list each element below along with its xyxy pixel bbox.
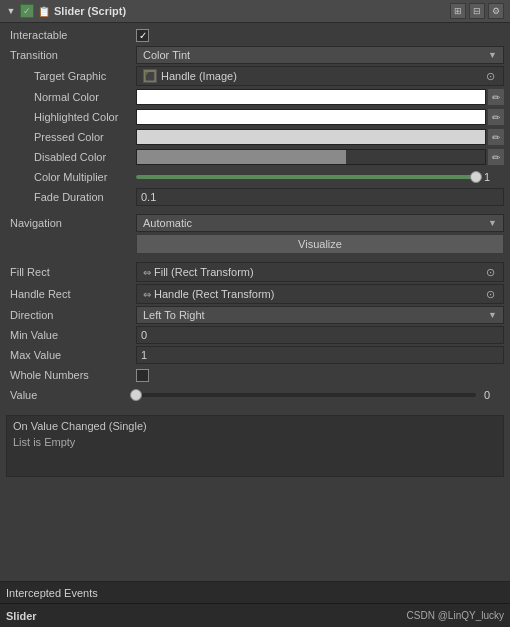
fade-duration-label: Fade Duration bbox=[6, 191, 136, 203]
value-label: Value bbox=[6, 389, 136, 401]
transition-dropdown-arrow: ▼ bbox=[488, 50, 497, 60]
direction-row: Direction Left To Right ▼ bbox=[0, 305, 510, 325]
slider-label: Slider bbox=[6, 610, 37, 622]
handle-rect-row: Handle Rect ⇔ Handle (Rect Transform) ⊙ bbox=[0, 283, 510, 305]
watermark: CSDN @LinQY_lucky bbox=[407, 610, 504, 621]
fade-duration-value bbox=[136, 188, 504, 206]
intercepted-label: Intercepted Events bbox=[6, 587, 98, 599]
fill-rect-label: Fill Rect bbox=[6, 266, 136, 278]
disabled-color-edit[interactable]: ✏ bbox=[488, 149, 504, 165]
navigation-row: Navigation Automatic ▼ bbox=[0, 213, 510, 233]
navigation-value: Automatic ▼ bbox=[136, 214, 504, 232]
pressed-color-row: Pressed Color ✏ bbox=[0, 127, 510, 147]
max-value-input[interactable] bbox=[136, 346, 504, 364]
normal-color-value: ✏ bbox=[136, 89, 504, 105]
color-multiplier-value: 1 bbox=[136, 171, 504, 183]
min-value-value bbox=[136, 326, 504, 344]
color-multiplier-number: 1 bbox=[484, 171, 504, 183]
normal-color-label: Normal Color bbox=[6, 91, 136, 103]
value-number: 0 bbox=[484, 389, 504, 401]
value-slider: 0 bbox=[136, 389, 504, 401]
intercepted-events-header: Intercepted Events bbox=[0, 581, 510, 603]
fill-rect-row: Fill Rect ⇔ Fill (Rect Transform) ⊙ bbox=[0, 261, 510, 283]
handle-rect-expand-icon: ⇔ bbox=[143, 289, 151, 300]
whole-numbers-label: Whole Numbers bbox=[6, 369, 136, 381]
whole-numbers-row: Whole Numbers bbox=[0, 365, 510, 385]
fade-duration-input[interactable] bbox=[136, 188, 504, 206]
pressed-color-value: ✏ bbox=[136, 129, 504, 145]
highlighted-color-row: Highlighted Color ✏ bbox=[0, 107, 510, 127]
handle-rect-field[interactable]: ⇔ Handle (Rect Transform) ⊙ bbox=[136, 284, 504, 304]
component-title: Slider (Script) bbox=[54, 5, 446, 17]
target-graphic-row: Target Graphic ⬛ Handle (Image) ⊙ bbox=[0, 65, 510, 87]
transition-value: Color Tint ▼ bbox=[136, 46, 504, 64]
pressed-color-swatch bbox=[137, 130, 485, 144]
pressed-color-edit[interactable]: ✏ bbox=[488, 129, 504, 145]
normal-color-row: Normal Color ✏ bbox=[0, 87, 510, 107]
normal-color-field[interactable] bbox=[136, 89, 486, 105]
handle-rect-label: Handle Rect bbox=[6, 288, 136, 300]
max-value-row: Max Value bbox=[0, 345, 510, 365]
fill-rect-expand-icon: ⇔ bbox=[143, 267, 151, 278]
max-value-label: Max Value bbox=[6, 349, 136, 361]
event-list: List is Empty bbox=[13, 436, 497, 448]
content-area: Interactable Transition Color Tint ▼ Tar… bbox=[0, 23, 510, 581]
direction-dropdown-arrow: ▼ bbox=[488, 310, 497, 320]
whole-numbers-value bbox=[136, 369, 504, 382]
target-graphic-icon: ⬛ bbox=[143, 69, 157, 83]
pressed-color-field[interactable] bbox=[136, 129, 486, 145]
navigation-dropdown[interactable]: Automatic ▼ bbox=[136, 214, 504, 232]
color-multiplier-track[interactable] bbox=[136, 175, 476, 179]
header-actions: ⊞ ⊟ ⚙ bbox=[450, 3, 504, 19]
value-slider-container: 0 bbox=[136, 389, 504, 401]
handle-rect-select[interactable]: ⊙ bbox=[483, 287, 497, 301]
highlighted-color-swatch bbox=[137, 110, 485, 124]
collapse-arrow[interactable]: ▼ bbox=[6, 6, 16, 16]
transition-dropdown[interactable]: Color Tint ▼ bbox=[136, 46, 504, 64]
footer-bottom: Slider CSDN @LinQY_lucky bbox=[0, 603, 510, 627]
target-graphic-label: Target Graphic bbox=[6, 70, 136, 82]
interactable-value bbox=[136, 29, 504, 42]
value-row: Value 0 bbox=[0, 385, 510, 405]
min-value-input[interactable] bbox=[136, 326, 504, 344]
interactable-checkbox[interactable] bbox=[136, 29, 149, 42]
color-multiplier-thumb[interactable] bbox=[470, 171, 482, 183]
direction-dropdown[interactable]: Left To Right ▼ bbox=[136, 306, 504, 324]
bookmark-button[interactable]: ⊞ bbox=[450, 3, 466, 19]
visualize-row: Visualize bbox=[0, 233, 510, 255]
min-value-row: Min Value bbox=[0, 325, 510, 345]
fill-rect-field[interactable]: ⇔ Fill (Rect Transform) ⊙ bbox=[136, 262, 504, 282]
direction-label: Direction bbox=[6, 309, 136, 321]
highlighted-color-edit[interactable]: ✏ bbox=[488, 109, 504, 125]
direction-value: Left To Right ▼ bbox=[136, 306, 504, 324]
target-graphic-select[interactable]: ⊙ bbox=[483, 69, 497, 83]
handle-rect-value: ⇔ Handle (Rect Transform) ⊙ bbox=[136, 284, 504, 304]
value-thumb[interactable] bbox=[130, 389, 142, 401]
min-value-label: Min Value bbox=[6, 329, 136, 341]
highlighted-color-label: Highlighted Color bbox=[6, 111, 136, 123]
transition-label: Transition bbox=[6, 49, 136, 61]
disabled-color-row: Disabled Color ✏ bbox=[0, 147, 510, 167]
visualize-value: Visualize bbox=[136, 234, 504, 254]
event-box: On Value Changed (Single) List is Empty bbox=[6, 415, 504, 477]
whole-numbers-checkbox[interactable] bbox=[136, 369, 149, 382]
gear-button[interactable]: ⚙ bbox=[488, 3, 504, 19]
panel: ▼ ✓ 📋 Slider (Script) ⊞ ⊟ ⚙ Interactable… bbox=[0, 0, 510, 627]
max-value-value bbox=[136, 346, 504, 364]
highlighted-color-field[interactable] bbox=[136, 109, 486, 125]
event-title: On Value Changed (Single) bbox=[13, 420, 497, 432]
value-track[interactable] bbox=[136, 393, 476, 397]
script-icon: 📋 bbox=[38, 6, 50, 17]
fill-rect-select[interactable]: ⊙ bbox=[483, 265, 497, 279]
normal-color-swatch bbox=[137, 90, 485, 104]
layout-button[interactable]: ⊟ bbox=[469, 3, 485, 19]
disabled-color-field[interactable] bbox=[136, 149, 486, 165]
normal-color-edit[interactable]: ✏ bbox=[488, 89, 504, 105]
visualize-button[interactable]: Visualize bbox=[136, 234, 504, 254]
disabled-color-label: Disabled Color bbox=[6, 151, 136, 163]
interactable-label: Interactable bbox=[6, 29, 136, 41]
interactable-row: Interactable bbox=[0, 25, 510, 45]
color-multiplier-label: Color Multiplier bbox=[6, 171, 136, 183]
component-icon: ✓ bbox=[20, 4, 34, 18]
target-graphic-field[interactable]: ⬛ Handle (Image) ⊙ bbox=[136, 66, 504, 86]
